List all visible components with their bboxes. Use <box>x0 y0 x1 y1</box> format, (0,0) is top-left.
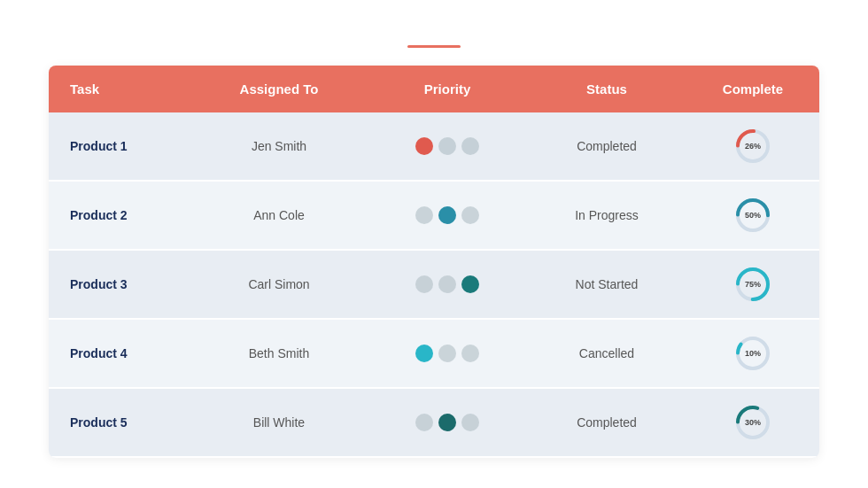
col-task: Task <box>49 66 190 112</box>
donut-chart: 30% <box>695 403 810 442</box>
title-underline <box>407 45 461 48</box>
table-row: Product 5 Bill White Completed 30% <box>49 389 819 458</box>
priority-dot <box>415 275 433 293</box>
priority-dot <box>461 206 479 224</box>
priority-dot <box>438 206 456 224</box>
assigned-cell: Ann Cole <box>190 194 368 236</box>
assigned-cell: Carl Simon <box>190 263 368 306</box>
task-cell: Product 4 <box>49 332 190 375</box>
donut-label: 26% <box>733 142 772 151</box>
priority-cell <box>368 330 527 376</box>
table-row: Product 4 Beth Smith Cancelled 10% <box>49 320 819 389</box>
task-cell: Product 5 <box>49 401 190 444</box>
priority-dot <box>461 345 479 362</box>
priority-dot <box>438 137 456 155</box>
complete-cell: 50% <box>686 182 819 249</box>
status-cell: Completed <box>527 125 686 167</box>
donut-chart: 10% <box>695 334 810 373</box>
status-cell: Completed <box>527 401 686 444</box>
col-assigned: Assigned To <box>190 66 368 112</box>
assigned-cell: Jen Smith <box>190 125 368 167</box>
priority-dot <box>438 275 456 293</box>
priority-cell <box>368 123 527 169</box>
table-body: Product 1 Jen Smith Completed 26% Produc… <box>49 112 819 458</box>
priority-dot <box>438 345 456 362</box>
priority-dot <box>415 206 433 224</box>
status-cell: Cancelled <box>527 332 686 375</box>
dots-container <box>376 137 518 155</box>
status-cell: Not Started <box>527 263 686 306</box>
donut-label: 10% <box>733 349 772 358</box>
priority-dot <box>438 414 456 431</box>
priority-dot <box>415 137 433 155</box>
donut-chart: 26% <box>695 127 810 166</box>
dots-container <box>376 345 518 362</box>
table-header: Task Assigned To Priority Status Complet… <box>49 66 819 112</box>
donut-label: 30% <box>733 418 772 427</box>
donut-label: 75% <box>733 280 772 289</box>
assigned-cell: Bill White <box>190 401 368 444</box>
status-table: Task Assigned To Priority Status Complet… <box>49 66 819 458</box>
status-cell: In Progress <box>527 194 686 236</box>
dots-container <box>376 275 518 293</box>
priority-cell <box>368 399 527 445</box>
priority-cell <box>368 192 527 238</box>
col-complete: Complete <box>686 66 819 112</box>
col-status: Status <box>527 66 686 112</box>
complete-cell: 30% <box>686 389 819 456</box>
task-cell: Product 1 <box>49 125 190 167</box>
complete-cell: 26% <box>686 112 819 180</box>
table-row: Product 3 Carl Simon Not Started 75% <box>49 251 819 320</box>
task-cell: Product 2 <box>49 194 190 236</box>
donut-chart: 75% <box>695 265 810 304</box>
priority-cell <box>368 261 527 307</box>
donut-chart: 50% <box>695 196 810 235</box>
complete-cell: 10% <box>686 320 819 387</box>
priority-dot <box>461 414 479 431</box>
table-row: Product 1 Jen Smith Completed 26% <box>49 112 819 182</box>
priority-dot <box>415 414 433 431</box>
assigned-cell: Beth Smith <box>190 332 368 375</box>
priority-dot <box>461 275 479 293</box>
complete-cell: 75% <box>686 251 819 318</box>
donut-label: 50% <box>733 211 772 220</box>
table-row: Product 2 Ann Cole In Progress 50% <box>49 182 819 251</box>
priority-dot <box>461 137 479 155</box>
task-cell: Product 3 <box>49 263 190 306</box>
priority-dot <box>415 345 433 362</box>
dots-container <box>376 206 518 224</box>
col-priority: Priority <box>368 66 527 112</box>
dots-container <box>376 414 518 431</box>
